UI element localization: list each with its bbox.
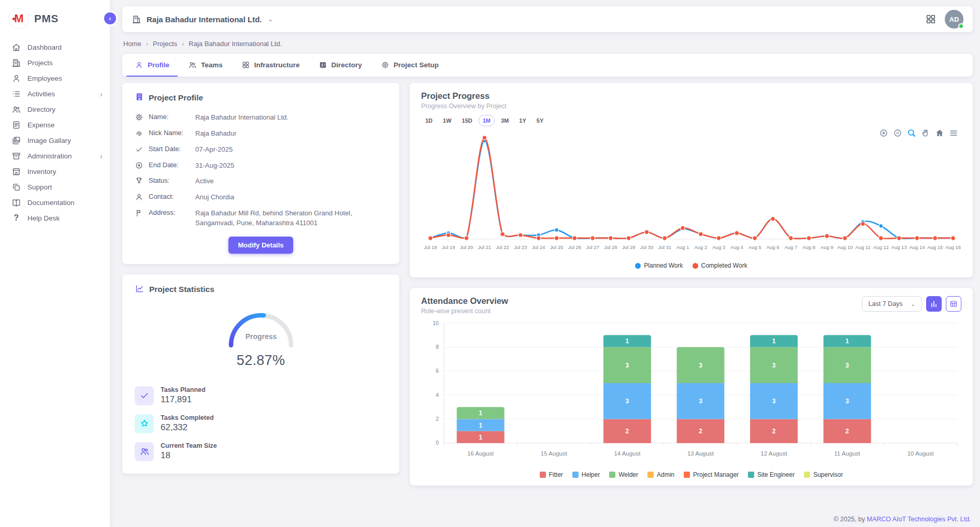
sidebar-item-projects[interactable]: Projects: [0, 55, 110, 70]
profile-field-contact: Contact: Anuj Chordia: [135, 193, 387, 202]
svg-text:Aug 14: Aug 14: [909, 244, 925, 250]
profile-field-start-date: Start Date: 07-Apr-2025: [135, 145, 387, 155]
days-range-dropdown[interactable]: Last 7 Days ⌄: [862, 296, 922, 312]
question-icon: ?: [11, 213, 21, 223]
legend-item[interactable]: Fitter: [540, 471, 563, 478]
chart-toolbar: [879, 128, 958, 138]
svg-text:Aug 6: Aug 6: [767, 244, 780, 250]
home-reset-icon[interactable]: [935, 128, 944, 138]
sidebar-item-documentation[interactable]: Documentation: [0, 195, 110, 210]
building-icon: [11, 58, 21, 68]
zoom-out-icon[interactable]: [893, 128, 902, 138]
legend-item[interactable]: Planned Work: [635, 262, 683, 269]
svg-text:Aug 13: Aug 13: [891, 244, 907, 250]
svg-text:2: 2: [626, 428, 629, 435]
sidebar-item-inventory[interactable]: Inventory: [0, 164, 110, 179]
sidebar-item-administration[interactable]: Administration ›: [0, 148, 110, 164]
tab-infrastructure[interactable]: Infrastructure: [233, 54, 308, 77]
main-area: Raja Bahadur International Ltd. ⌄ AD Hom…: [110, 0, 980, 486]
svg-text:Aug 15: Aug 15: [927, 244, 943, 250]
pan-hand-icon[interactable]: [921, 128, 930, 138]
sidebar-item-support[interactable]: Support: [0, 179, 110, 195]
range-1m[interactable]: 1M: [479, 115, 495, 126]
legend-item[interactable]: Supervisor: [804, 471, 843, 478]
legend-item[interactable]: Project Manager: [684, 471, 739, 478]
svg-text:15 August: 15 August: [541, 450, 568, 457]
range-15d[interactable]: 15D: [458, 115, 477, 126]
sidebar-item-expense[interactable]: Expense: [0, 117, 110, 133]
star-icon: [135, 414, 154, 433]
tab-teams[interactable]: Teams: [180, 54, 231, 77]
range-1d[interactable]: 1D: [421, 115, 437, 126]
breadcrumb-projects[interactable]: Projects: [153, 40, 177, 48]
legend-item[interactable]: Helper: [572, 471, 600, 478]
legend-item[interactable]: Welder: [609, 471, 638, 478]
svg-text:Aug 8: Aug 8: [802, 244, 815, 250]
legend-item[interactable]: Completed Work: [693, 262, 747, 269]
legend-marker-icon: [804, 472, 810, 478]
legend-marker-icon: [693, 263, 698, 269]
stat-tasks-completed: Tasks Completed 62,332: [135, 414, 387, 433]
svg-text:Jul 20: Jul 20: [460, 244, 473, 250]
svg-text:3: 3: [845, 398, 849, 405]
svg-text:Jul 22: Jul 22: [496, 244, 509, 250]
progress-gauge: Progress 52.87%: [135, 303, 387, 369]
project-profile-card: Project Profile Name: Raja Bahadur Inter…: [122, 83, 399, 264]
svg-text:6: 6: [436, 368, 439, 374]
card-subtitle: Role-wise present count: [421, 308, 508, 315]
range-5y[interactable]: 5Y: [532, 115, 547, 126]
sidebar-collapse-button[interactable]: ‹: [104, 12, 116, 24]
line-chart-legend: Planned WorkCompleted Work: [421, 262, 961, 271]
breadcrumb-home[interactable]: Home: [123, 40, 141, 48]
app-logo[interactable]: M PMS: [0, 5, 110, 35]
chevron-down-icon[interactable]: ⌄: [268, 16, 273, 23]
legend-item[interactable]: Admin: [647, 471, 674, 478]
project-tabs: Profile Teams Infrastructure Directory P…: [122, 54, 973, 77]
sidebar-item-image-gallery[interactable]: Image Gallary: [0, 133, 110, 148]
svg-text:Aug 7: Aug 7: [784, 244, 797, 250]
svg-text:1: 1: [626, 338, 629, 345]
svg-text:Aug 12: Aug 12: [873, 244, 889, 250]
gauge-label: Progress: [245, 332, 277, 341]
table-icon: [949, 300, 958, 308]
range-1y[interactable]: 1Y: [515, 115, 530, 126]
legend-marker-icon: [635, 263, 641, 269]
svg-text:2: 2: [699, 428, 702, 435]
menu-icon[interactable]: [949, 128, 958, 138]
card-title: Project Statistics: [149, 285, 214, 294]
table-view-button[interactable]: [946, 296, 961, 312]
sidebar-item-activities[interactable]: Activities ›: [0, 86, 110, 101]
company-selector[interactable]: Raja Bahadur International Ltd.: [147, 15, 262, 24]
chart-line-icon: [135, 284, 145, 296]
sidebar-item-help-desk[interactable]: ? Help Desk: [0, 210, 110, 226]
profile-field-end-date: End Date: 31-Aug-2025: [135, 161, 387, 171]
range-1w[interactable]: 1W: [439, 115, 456, 126]
tab-profile[interactable]: Profile: [126, 54, 178, 77]
svg-text:3: 3: [772, 398, 776, 405]
bar-chart-view-button[interactable]: [926, 296, 942, 312]
tab-directory[interactable]: Directory: [310, 54, 370, 77]
sidebar-item-directory[interactable]: Directory: [0, 101, 110, 117]
svg-text:2: 2: [772, 428, 776, 435]
zoom-in-icon[interactable]: [879, 128, 888, 138]
user-icon: [135, 61, 143, 69]
user-avatar[interactable]: AD: [945, 10, 963, 28]
footer-company-link[interactable]: MARCO AIoT Technologies Pvt. Ltd.: [867, 516, 971, 523]
list-icon: [11, 89, 21, 99]
svg-text:Jul 24: Jul 24: [532, 244, 545, 250]
stat-current-team-size: Current Team Size 18: [135, 442, 387, 461]
svg-text:Aug 2: Aug 2: [694, 244, 707, 250]
trophy-icon: [135, 177, 143, 185]
tab-project-setup[interactable]: Project Setup: [372, 54, 447, 77]
modify-details-button[interactable]: Modify Details: [228, 237, 293, 254]
grid-apps-icon[interactable]: [925, 13, 936, 25]
legend-item[interactable]: Site Engineer: [748, 471, 795, 478]
svg-text:Jul 23: Jul 23: [514, 244, 527, 250]
selection-zoom-icon[interactable]: [907, 128, 916, 138]
sidebar-item-dashboard[interactable]: Dashboard: [0, 39, 110, 55]
range-3m[interactable]: 3M: [497, 115, 513, 126]
archive-icon: [11, 151, 21, 161]
user-icon: [11, 74, 21, 83]
sidebar-item-employees[interactable]: Employees: [0, 70, 110, 86]
svg-text:3: 3: [626, 362, 629, 369]
